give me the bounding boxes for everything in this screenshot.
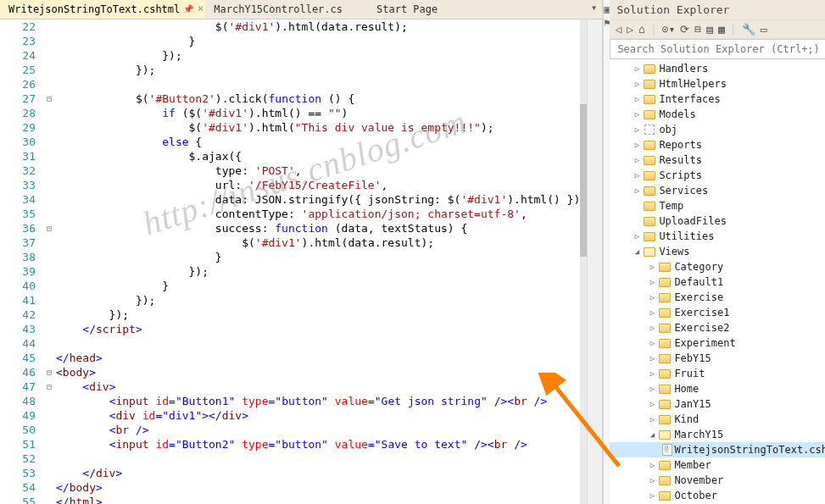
code-editor[interactable]: $('#div1').html(data.result); } }); }); … bbox=[56, 19, 587, 504]
fwd-icon[interactable]: ▷ bbox=[627, 23, 633, 36]
tree-item-reports[interactable]: ▷Reports bbox=[610, 137, 825, 152]
expand-arrow-icon[interactable]: ◢ bbox=[632, 247, 642, 256]
tree-item-kind[interactable]: ▷Kind bbox=[610, 412, 825, 427]
expand-arrow-icon[interactable]: ▷ bbox=[647, 263, 657, 271]
expand-arrow-icon[interactable]: ▷ bbox=[632, 141, 642, 149]
cshtml-file-icon bbox=[662, 444, 672, 456]
tree-label: FebY15 bbox=[672, 352, 711, 364]
folder-icon bbox=[657, 415, 672, 424]
server-icon[interactable]: ⚑ bbox=[604, 17, 610, 29]
tree-label: Exercise2 bbox=[672, 322, 729, 334]
refresh-icon[interactable]: ⟳ bbox=[680, 23, 689, 36]
fold-column: ⊟⊟⊟⊟ bbox=[42, 19, 56, 504]
tree-item-obj[interactable]: ▷obj bbox=[610, 122, 825, 137]
expand-arrow-icon[interactable]: ▷ bbox=[647, 278, 657, 286]
expand-arrow-icon[interactable]: ▷ bbox=[647, 293, 657, 302]
expand-arrow-icon[interactable]: ▷ bbox=[647, 339, 657, 347]
fold-toggle[interactable]: ⊟ bbox=[42, 221, 56, 235]
tree-item-october[interactable]: ▷October bbox=[610, 488, 825, 503]
tree-item-utilities[interactable]: ▷Utilities bbox=[610, 229, 825, 244]
tree-item-marchy15[interactable]: ◢MarchY15 bbox=[610, 427, 825, 442]
search-input[interactable] bbox=[610, 40, 825, 58]
tree-item-fruit[interactable]: ▷Fruit bbox=[610, 366, 825, 381]
back-icon[interactable]: ◁ bbox=[615, 23, 622, 36]
folder-icon bbox=[642, 186, 657, 196]
tree-item-category[interactable]: ▷Category bbox=[610, 259, 825, 274]
tree-item-jany15[interactable]: ▷JanY15 bbox=[610, 396, 825, 412]
expand-arrow-icon[interactable]: ▷ bbox=[647, 385, 657, 393]
expand-arrow-icon[interactable]: ▷ bbox=[632, 156, 642, 164]
tree-item-views[interactable]: ◢Views bbox=[610, 244, 825, 259]
toolbox-icon[interactable]: ▣ bbox=[604, 3, 610, 15]
tree-item-member[interactable]: ▷Member bbox=[610, 457, 825, 473]
expand-arrow-icon[interactable]: ▷ bbox=[647, 476, 657, 485]
expand-arrow-icon[interactable]: ▷ bbox=[647, 415, 657, 424]
tree-item-temp[interactable]: Temp bbox=[610, 198, 825, 213]
tree-item-experiment[interactable]: ▷Experiment bbox=[610, 335, 825, 351]
tree-item-handlers[interactable]: ▷Handlers bbox=[610, 61, 825, 76]
tree-label: Utilities bbox=[657, 230, 714, 242]
expand-arrow-icon[interactable]: ▷ bbox=[632, 125, 642, 134]
expand-arrow-icon[interactable]: ▷ bbox=[647, 491, 657, 500]
collapse-icon[interactable]: ⊟ bbox=[694, 23, 701, 36]
tree-item-default1[interactable]: ▷Default1 bbox=[610, 274, 825, 290]
tree-label: obj bbox=[657, 124, 677, 136]
tab-marchy15controller-cs[interactable]: MarchY15Controller.cs bbox=[205, 0, 368, 19]
tree-item-writejsonstringtotext-cshtml[interactable]: WritejsonStringToText.cshtml bbox=[610, 442, 825, 457]
tree-item-november[interactable]: ▷November bbox=[610, 473, 825, 488]
folder-icon bbox=[642, 80, 657, 89]
tree-item-results[interactable]: ▷Results bbox=[610, 152, 825, 168]
showall-icon[interactable]: ▦ bbox=[718, 23, 725, 36]
tree-item-htmlhelpers[interactable]: ▷HtmlHelpers bbox=[610, 76, 825, 91]
fold-toggle[interactable]: ⊟ bbox=[42, 91, 56, 106]
tree-item-exercise2[interactable]: ▷Exercise2 bbox=[610, 320, 825, 335]
expand-arrow-icon[interactable]: ▷ bbox=[632, 80, 642, 88]
folder-icon bbox=[657, 369, 672, 379]
expand-arrow-icon[interactable]: ▷ bbox=[647, 354, 657, 363]
expand-arrow-icon[interactable]: ▷ bbox=[647, 461, 657, 469]
highlight-icon[interactable]: ▭ bbox=[761, 23, 767, 36]
tree-item-interfaces[interactable]: ▷Interfaces bbox=[610, 91, 825, 107]
tree-item-feby15[interactable]: ▷FebY15 bbox=[610, 351, 825, 366]
tree-item-scripts[interactable]: ▷Scripts bbox=[610, 168, 825, 183]
tree-item-home[interactable]: ▷Home bbox=[610, 381, 825, 396]
expand-arrow-icon[interactable]: ◢ bbox=[647, 430, 657, 439]
expand-arrow-icon[interactable]: ▷ bbox=[632, 110, 642, 119]
expand-arrow-icon[interactable]: ▷ bbox=[632, 232, 642, 241]
pin-icon[interactable]: 📌 bbox=[183, 4, 193, 14]
tree-item-uploadfiles[interactable]: UploadFiles bbox=[610, 213, 825, 229]
tree-item-models[interactable]: ▷Models bbox=[610, 107, 825, 122]
vertical-scrollbar[interactable] bbox=[587, 19, 602, 504]
home-icon[interactable]: ⌂ bbox=[638, 23, 645, 36]
expand-arrow-icon[interactable]: ▷ bbox=[632, 186, 642, 195]
fold-toggle[interactable]: ⊟ bbox=[42, 379, 56, 394]
tree-label: Services bbox=[657, 185, 708, 197]
tree-label: Results bbox=[657, 154, 702, 166]
close-icon[interactable]: × bbox=[198, 3, 203, 14]
expand-arrow-icon[interactable]: ▷ bbox=[647, 308, 657, 317]
folder-icon bbox=[657, 339, 672, 348]
fold-toggle[interactable]: ⊟ bbox=[42, 365, 56, 379]
scope-icon[interactable]: ⊙▾ bbox=[662, 23, 676, 36]
expand-arrow-icon[interactable]: ▷ bbox=[632, 64, 642, 73]
expand-arrow-icon[interactable]: ▷ bbox=[647, 324, 657, 332]
tabs-overflow-icon[interactable]: ▾ bbox=[586, 0, 602, 19]
tree-label: Category bbox=[672, 261, 723, 273]
tree-item-exercise[interactable]: ▷Exercise bbox=[610, 290, 825, 305]
sep-icon: | bbox=[650, 23, 657, 36]
tree-item-exercise1[interactable]: ▷Exercise1 bbox=[610, 305, 825, 320]
tree-item-services[interactable]: ▷Services bbox=[610, 183, 825, 198]
wrench-icon[interactable]: 🔧 bbox=[742, 23, 755, 36]
tab-start-page[interactable]: Start Page bbox=[368, 0, 463, 19]
expand-arrow-icon[interactable]: ▷ bbox=[632, 171, 642, 180]
tab-writejsonstringtotext-cshtml[interactable]: WritejsonStringToText.cshtml📌× bbox=[0, 0, 205, 19]
tree-label: Default1 bbox=[672, 276, 723, 288]
scroll-thumb[interactable] bbox=[580, 104, 587, 257]
expand-arrow-icon[interactable]: ▷ bbox=[632, 95, 642, 103]
scroll-track[interactable] bbox=[580, 19, 587, 504]
expand-arrow-icon[interactable]: ▷ bbox=[647, 369, 657, 378]
tree-label: MarchY15 bbox=[672, 429, 723, 440]
props-icon[interactable]: ▤ bbox=[706, 23, 713, 36]
sep-icon: | bbox=[730, 23, 737, 36]
expand-arrow-icon[interactable]: ▷ bbox=[647, 400, 657, 408]
